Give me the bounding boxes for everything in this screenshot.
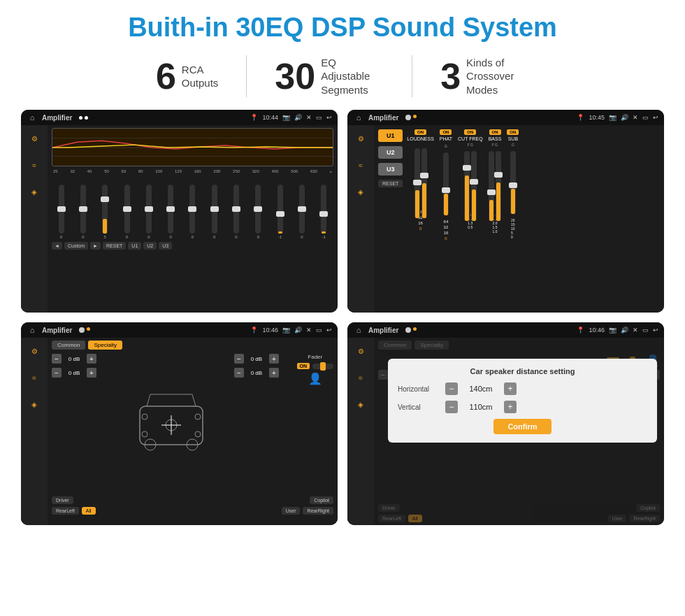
cutfreq-slider-g[interactable] xyxy=(471,151,477,221)
eq-wave-icon[interactable]: ≈ xyxy=(27,157,42,173)
fader-minus-1[interactable]: − xyxy=(52,354,62,364)
volume-icon-fader: 🔊 xyxy=(294,327,302,334)
fader-rearright-btn[interactable]: RearRight xyxy=(303,507,333,515)
fader-plus-3[interactable]: + xyxy=(269,354,279,364)
dist-vertical-value: 110cm xyxy=(463,403,498,411)
bass-on-btn[interactable]: ON xyxy=(489,129,501,135)
home-icon[interactable]: ⌂ xyxy=(27,112,38,123)
dist-confirm-btn[interactable]: Confirm xyxy=(493,419,551,434)
dist-wave-icon[interactable]: ≈ xyxy=(353,370,368,385)
fader-wave-icon[interactable]: ≈ xyxy=(27,370,42,385)
phat-on-btn[interactable]: ON xyxy=(440,129,452,135)
battery-icon-fader: ▭ xyxy=(316,327,322,334)
fader-tab-common[interactable]: Common xyxy=(52,341,85,350)
dist-main-panel: Common Specialty ON 👤 xyxy=(374,338,664,525)
amp-u1-btn[interactable]: U1 xyxy=(378,129,403,142)
fader-minus-3[interactable]: − xyxy=(234,354,244,364)
bass-slider-g[interactable] xyxy=(496,151,501,221)
fader-minus-2[interactable]: − xyxy=(52,368,62,378)
amp-sidebar: ⚙ ≈ ◈ xyxy=(347,125,374,313)
amp-u-buttons: U1 U2 U3 RESET xyxy=(378,129,403,308)
dist-speaker-icon[interactable]: ◈ xyxy=(353,396,368,412)
eq-u1-btn[interactable]: U1 xyxy=(128,242,141,250)
cutfreq-on-btn[interactable]: ON xyxy=(464,129,476,135)
fader-on-badge[interactable]: ON xyxy=(297,363,310,369)
fader-row-2: − 0 dB + xyxy=(52,368,109,378)
speaker-diagram-container xyxy=(115,354,229,494)
svg-line-4 xyxy=(147,394,150,406)
dist-tune-icon[interactable]: ⚙ xyxy=(353,343,368,359)
eq-custom-btn[interactable]: Custom xyxy=(64,242,88,250)
loudness-label: LOUDNESS xyxy=(407,136,434,141)
eq-next-btn[interactable]: ► xyxy=(90,242,101,250)
dist-all-btn[interactable]: All xyxy=(408,515,422,522)
fader-tab-specialty[interactable]: Specialty xyxy=(88,341,122,350)
bass-slider-f[interactable] xyxy=(489,151,494,221)
eq-speaker-icon[interactable]: ◈ xyxy=(27,184,42,199)
amp-speaker-icon[interactable]: ◈ xyxy=(353,184,368,199)
home-icon-amp[interactable]: ⌂ xyxy=(353,112,364,123)
fader-plus-2[interactable]: + xyxy=(87,368,96,378)
dist-horizontal-plus[interactable]: + xyxy=(504,382,517,395)
phat-slider[interactable] xyxy=(443,152,449,215)
eq-footer: ◄ Custom ► RESET U1 U2 U3 xyxy=(52,242,333,250)
dist-rearleft-btn[interactable]: RearLeft xyxy=(378,515,405,522)
fader-tune-icon[interactable]: ⚙ xyxy=(27,343,42,359)
eq-prev-btn[interactable]: ◄ xyxy=(52,242,62,250)
eq-sliders: 0 0 5 0 xyxy=(52,176,333,239)
status-dots-amp xyxy=(405,115,417,120)
fader-bottom-btns-2: RearLeft All User RearRight xyxy=(52,507,333,515)
dist-tab-specialty[interactable]: Specialty xyxy=(414,341,448,350)
home-icon-fader[interactable]: ⌂ xyxy=(27,324,38,336)
loudness-slider-r[interactable] xyxy=(421,148,427,218)
loudness-on-btn[interactable]: ON xyxy=(414,129,426,135)
eq-u3-btn[interactable]: U3 xyxy=(159,242,172,250)
eq-slider-0: 0 xyxy=(59,185,64,239)
back-icon-amp[interactable]: ↩ xyxy=(653,114,658,121)
fader-plus-1[interactable]: + xyxy=(87,354,96,364)
amp-tune-icon[interactable]: ⚙ xyxy=(353,131,368,146)
fader-driver-btn[interactable]: Driver xyxy=(52,496,73,504)
dist-rearright-btn[interactable]: RearRight xyxy=(629,515,660,522)
loudness-slider-l[interactable] xyxy=(414,148,420,218)
fader-h-slider[interactable] xyxy=(312,364,333,369)
fader-plus-4[interactable]: + xyxy=(269,368,279,378)
status-dot-amp-2 xyxy=(413,115,417,118)
eq-slider-7: 0 xyxy=(212,185,217,239)
stat-crossover-label: Kinds ofCrossover Modes xyxy=(466,56,529,97)
fader-minus-4[interactable]: − xyxy=(234,368,244,378)
dist-horizontal-row: Horizontal − 140cm + xyxy=(398,382,647,395)
sub-slider[interactable] xyxy=(510,151,516,214)
wifi-icon-fader: ✕ xyxy=(306,327,312,334)
dist-user-btn[interactable]: User xyxy=(608,515,627,522)
dist-driver-btn[interactable]: Driver xyxy=(378,504,400,512)
fader-rearleft-btn[interactable]: RearLeft xyxy=(52,507,79,515)
sub-on-btn[interactable]: ON xyxy=(507,129,519,135)
dist-vertical-minus[interactable]: − xyxy=(445,401,458,413)
back-icon-fader[interactable]: ↩ xyxy=(326,327,332,334)
eq-u2-btn[interactable]: U2 xyxy=(143,242,157,250)
fader-all-btn[interactable]: All xyxy=(82,507,96,515)
eq-tune-icon[interactable]: ⚙ xyxy=(27,131,42,146)
fader-speaker-icon[interactable]: ◈ xyxy=(27,396,42,412)
home-icon-dist[interactable]: ⌂ xyxy=(353,324,364,336)
camera-icon-fader: 📷 xyxy=(282,327,290,334)
amp-u3-btn[interactable]: U3 xyxy=(378,163,403,176)
dist-horizontal-minus[interactable]: − xyxy=(445,382,458,395)
amp-u2-btn[interactable]: U2 xyxy=(378,146,403,159)
fader-copilot-btn[interactable]: Copilot xyxy=(310,496,333,504)
amp-channel-phat: ON PHAT G 64 32 16 0 xyxy=(440,129,452,308)
fader-user-btn[interactable]: User xyxy=(282,507,301,515)
dist-minus-1[interactable]: − xyxy=(378,370,388,380)
battery-icon-amp: ▭ xyxy=(642,114,649,121)
back-icon-dist[interactable]: ↩ xyxy=(653,327,658,334)
dist-tab-common[interactable]: Common xyxy=(378,341,412,350)
stat-eq-label: EQ AdjustableSegments xyxy=(321,56,384,97)
eq-reset-btn[interactable]: RESET xyxy=(103,242,126,250)
dist-vertical-plus[interactable]: + xyxy=(504,401,517,413)
amp-reset-btn[interactable]: RESET xyxy=(378,180,403,187)
back-icon-eq[interactable]: ↩ xyxy=(326,114,332,121)
dist-copilot-btn[interactable]: Copilot xyxy=(636,504,660,512)
cutfreq-slider-f[interactable] xyxy=(464,151,470,221)
amp-wave-icon[interactable]: ≈ xyxy=(353,157,368,173)
